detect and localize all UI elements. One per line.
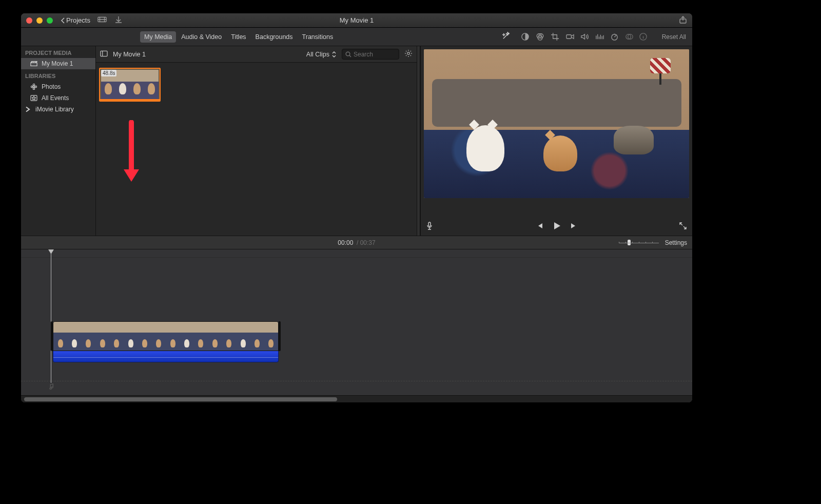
- timeline-ruler[interactable]: [21, 249, 692, 258]
- sidebar-item-label: My Movie 1: [42, 60, 73, 67]
- back-to-projects-button[interactable]: Projects: [61, 16, 90, 24]
- color-balance-icon[interactable]: [521, 32, 530, 41]
- browser-body[interactable]: 48.8s: [96, 63, 417, 236]
- clip-duration-badge: 48.8s: [101, 70, 116, 76]
- viewer-controls: [421, 218, 692, 236]
- preview-viewer[interactable]: [424, 49, 689, 198]
- back-label: Projects: [66, 16, 90, 24]
- gear-icon: [404, 49, 413, 57]
- timeline-header: 00:00 / 00:37 Settings: [21, 236, 692, 249]
- sidebar-item-all-events[interactable]: All Events: [21, 92, 95, 104]
- scrollbar-thumb[interactable]: [24, 397, 337, 401]
- stabilization-icon[interactable]: [565, 32, 574, 41]
- sidebar-heading-libraries: LIBRARIES: [21, 69, 95, 81]
- noise-equalizer-icon[interactable]: [595, 32, 604, 41]
- sidebar-item-label: iMovie Library: [35, 106, 74, 113]
- close-window-button[interactable]: [26, 17, 32, 24]
- share-button[interactable]: [679, 15, 687, 26]
- clapperboard-icon: [30, 61, 37, 67]
- clip-filter-icon[interactable]: [625, 32, 634, 41]
- updown-chevron-icon: [331, 51, 337, 57]
- playhead[interactable]: [51, 249, 51, 383]
- tab-transitions[interactable]: Transitions: [298, 31, 338, 43]
- toolbar: My Media Audio & Video Titles Background…: [21, 28, 692, 46]
- clip-video-track[interactable]: [53, 321, 279, 351]
- tab-titles[interactable]: Titles: [227, 31, 250, 43]
- sidebar-heading-project-media: PROJECT MEDIA: [21, 46, 95, 58]
- enhance-wand-button[interactable]: [502, 31, 511, 42]
- timecode-total: 00:37: [360, 239, 376, 246]
- timecode-current: 00:00: [338, 239, 353, 246]
- svg-point-14: [33, 88, 34, 89]
- fullscreen-window-button[interactable]: [47, 17, 53, 24]
- sidebar: PROJECT MEDIA My Movie 1 LIBRARIES Photo…: [21, 46, 96, 236]
- next-frame-button[interactable]: [570, 222, 578, 232]
- minimize-window-button[interactable]: [36, 17, 43, 24]
- chevron-left-icon: [61, 17, 65, 24]
- photos-flower-icon: [30, 84, 37, 90]
- music-note-icon: [48, 382, 54, 392]
- prev-frame-button[interactable]: [535, 222, 543, 232]
- timeline[interactable]: [21, 249, 692, 395]
- media-import-icon[interactable]: [97, 15, 107, 26]
- toggle-sidebar-button[interactable]: [100, 50, 108, 59]
- reset-all-button[interactable]: Reset All: [662, 33, 686, 41]
- color-correction-icon[interactable]: [536, 32, 544, 41]
- media-browser: My Movie 1 All Clips Search: [96, 46, 417, 236]
- search-icon: [345, 51, 351, 57]
- tab-audio-video[interactable]: Audio & Video: [177, 31, 226, 43]
- speed-icon[interactable]: [610, 32, 619, 41]
- upper-pane: PROJECT MEDIA My Movie 1 LIBRARIES Photo…: [21, 46, 692, 236]
- search-placeholder: Search: [354, 51, 373, 58]
- window-controls: [26, 17, 53, 24]
- annotation-arrow-icon: [122, 120, 141, 186]
- clip-audio-track[interactable]: [53, 351, 279, 362]
- timecode-display: 00:00 / 00:37: [338, 239, 375, 246]
- browser-tabs: My Media Audio & Video Titles Background…: [140, 31, 337, 43]
- info-icon[interactable]: [639, 32, 648, 41]
- timeline-clip[interactable]: [53, 321, 279, 362]
- horizontal-scrollbar[interactable]: [21, 395, 692, 402]
- browser-header: My Movie 1 All Clips Search: [96, 46, 417, 63]
- search-input[interactable]: Search: [342, 49, 399, 60]
- tab-backgrounds[interactable]: Backgrounds: [251, 31, 297, 43]
- disclosure-right-icon: [24, 106, 31, 112]
- timeline-settings-button[interactable]: Settings: [665, 239, 687, 246]
- media-clip-thumbnail[interactable]: 48.8s: [99, 68, 161, 102]
- window-title: My Movie 1: [340, 16, 374, 24]
- play-button[interactable]: [552, 221, 562, 233]
- imovie-window: Projects My Movie 1 My Media Audio & Vid…: [21, 13, 693, 403]
- browser-title: My Movie 1: [113, 51, 146, 58]
- svg-point-16: [35, 86, 36, 87]
- sidebar-item-label: Photos: [42, 83, 61, 90]
- tab-my-media[interactable]: My Media: [140, 31, 176, 43]
- volume-icon[interactable]: [580, 32, 589, 41]
- pane-divider[interactable]: [417, 46, 420, 236]
- sidebar-item-imovie-library[interactable]: iMovie Library: [21, 104, 95, 115]
- voiceover-record-button[interactable]: [426, 222, 433, 232]
- clip-trim-handle-right[interactable]: [279, 321, 281, 351]
- clip-filter-dropdown[interactable]: All Clips: [306, 51, 337, 58]
- fullscreen-button[interactable]: [679, 222, 687, 232]
- svg-point-20: [407, 52, 410, 55]
- viewer-panel: [420, 46, 692, 236]
- svg-rect-6: [566, 35, 571, 39]
- clip-trim-handle-left[interactable]: [51, 321, 53, 351]
- svg-point-19: [346, 52, 350, 56]
- crop-icon[interactable]: [551, 32, 559, 41]
- svg-rect-21: [428, 222, 431, 226]
- sidebar-item-project[interactable]: My Movie 1: [21, 58, 95, 69]
- sidebar-item-label: All Events: [42, 94, 69, 102]
- svg-rect-18: [101, 51, 107, 56]
- filter-label: All Clips: [306, 51, 329, 58]
- svg-rect-11: [31, 63, 37, 66]
- sidebar-item-photos[interactable]: Photos: [21, 81, 95, 92]
- svg-point-13: [33, 84, 34, 85]
- svg-point-15: [31, 86, 32, 87]
- titlebar: Projects My Movie 1: [21, 13, 692, 28]
- timeline-zoom-slider[interactable]: [619, 239, 659, 246]
- timeline-audio-lane[interactable]: [21, 381, 692, 390]
- download-icon[interactable]: [114, 15, 123, 26]
- svg-point-12: [33, 86, 34, 87]
- browser-settings-button[interactable]: [404, 49, 413, 59]
